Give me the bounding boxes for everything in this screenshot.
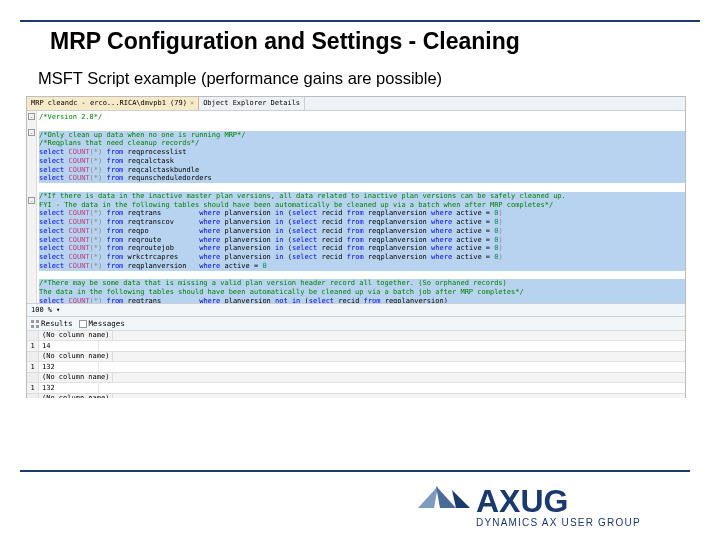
sql-code[interactable]: /*Version 2.0*/ /*Only clean up data whe… — [37, 111, 685, 303]
axug-logo: AXUG DYNAMICS AX USER GROUP — [412, 478, 692, 534]
slide-title: MRP Configuration and Settings - Cleanin… — [30, 26, 690, 63]
zoom-bar: 100 % ▾ — [27, 303, 685, 316]
result-cell[interactable]: 14 — [39, 341, 99, 351]
title-rule — [20, 20, 700, 22]
tab-results[interactable]: Results — [31, 319, 73, 328]
dropdown-icon[interactable]: ▾ — [56, 306, 60, 315]
tab-label: MRP cleandc - erco...RICA\dmvpb1 (79) — [31, 99, 187, 108]
ssms-editor: MRP cleandc - erco...RICA\dmvpb1 (79) × … — [26, 96, 686, 398]
slide-subtitle: MSFT Script example (performance gains a… — [30, 63, 690, 96]
row-number: 1 — [27, 341, 39, 351]
results-tabbar: Results Messages — [27, 316, 685, 330]
logo-tagline: DYNAMICS AX USER GROUP — [476, 517, 641, 528]
result-cell[interactable]: 132 — [39, 362, 99, 372]
fold-toggle[interactable]: - — [28, 197, 35, 204]
column-header[interactable]: (No column name) — [39, 394, 113, 398]
column-header[interactable]: (No column name) — [39, 373, 113, 382]
grid-icon — [31, 320, 39, 328]
slide: MRP Configuration and Settings - Cleanin… — [0, 0, 720, 540]
messages-icon — [79, 320, 87, 328]
logo-brand: AXUG — [476, 483, 568, 519]
tab-object-explorer-details[interactable]: Object Explorer Details — [199, 97, 305, 110]
svg-marker-2 — [452, 490, 470, 508]
zoom-level[interactable]: 100 % — [31, 306, 52, 315]
svg-marker-1 — [436, 486, 456, 508]
fold-toggle[interactable]: - — [28, 113, 35, 120]
close-icon[interactable]: × — [190, 99, 194, 108]
code-area[interactable]: - - - /*Version 2.0*/ /*Only clean up da… — [27, 111, 685, 303]
footer-rule — [20, 470, 690, 472]
result-set: (No column name)1132 — [27, 372, 685, 393]
result-set: (No column name)114 — [27, 330, 685, 351]
result-cell[interactable]: 132 — [39, 383, 99, 393]
column-header[interactable]: (No column name) — [39, 352, 113, 361]
results-grid[interactable]: (No column name)114(No column name)1132(… — [27, 330, 685, 398]
tab-label: Results — [41, 319, 73, 328]
fold-toggle[interactable]: - — [28, 129, 35, 136]
editor-tabbar: MRP cleandc - erco...RICA\dmvpb1 (79) × … — [27, 97, 685, 111]
result-set: (No column name)1132 — [27, 351, 685, 372]
tab-active-query[interactable]: MRP cleandc - erco...RICA\dmvpb1 (79) × — [27, 97, 199, 110]
column-header[interactable]: (No column name) — [39, 331, 113, 340]
row-number: 1 — [27, 383, 39, 393]
result-set: (No column name)121 — [27, 393, 685, 398]
svg-marker-0 — [418, 486, 438, 508]
row-number: 1 — [27, 362, 39, 372]
tab-messages[interactable]: Messages — [79, 319, 125, 328]
fold-gutter: - - - — [27, 111, 37, 303]
tab-label: Object Explorer Details — [203, 99, 300, 108]
tab-label: Messages — [89, 319, 125, 328]
